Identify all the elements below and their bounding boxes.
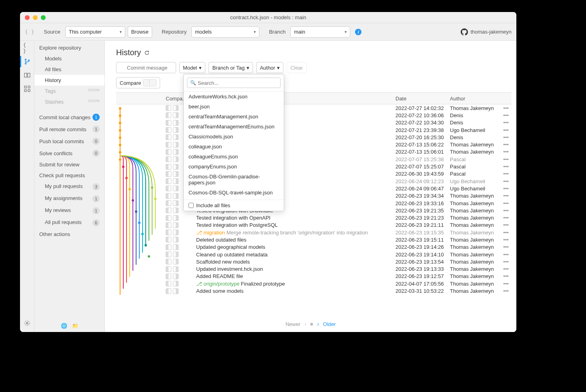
row-actions-button[interactable]: ••• (500, 120, 512, 126)
repository-select[interactable]: models ▾ (191, 26, 259, 38)
row-actions-button[interactable]: ••• (500, 237, 512, 243)
compare-right-checkbox[interactable] (173, 215, 179, 221)
branch-tag-filter[interactable]: Branch or Tag▾ (209, 62, 253, 73)
row-actions-button[interactable]: ••• (500, 105, 512, 111)
compare-left-checkbox[interactable] (166, 274, 171, 279)
compare-left-checkbox[interactable] (166, 266, 171, 272)
dropdown-item[interactable]: Cosmos-DB-SQL-travel-sample.json (184, 188, 284, 198)
compare-left-checkbox[interactable] (166, 193, 171, 199)
table-row[interactable]: Tested integration with OpenAPI2022-06-2… (116, 214, 512, 221)
table-row[interactable]: 2022-07-13 15:06:22Thomas Jakemeyn••• (116, 141, 512, 148)
sidebar-item-history[interactable]: History (34, 75, 104, 86)
table-row[interactable]: 2022-06-23 19:33:16Thomas Jakemeyn••• (116, 200, 512, 207)
compare-left-checkbox[interactable] (166, 288, 171, 294)
table-row[interactable]: Cleaned up outdated metadata2022-06-23 1… (116, 251, 512, 258)
row-actions-button[interactable]: ••• (500, 164, 512, 170)
folder-icon[interactable]: 📁 (72, 323, 78, 329)
row-actions-button[interactable]: ••• (500, 222, 512, 228)
compare-left-checkbox[interactable] (166, 105, 171, 111)
compare-right-checkbox[interactable] (173, 281, 179, 286)
compare-right-checkbox[interactable] (173, 112, 179, 118)
row-actions-button[interactable]: ••• (500, 178, 512, 184)
row-actions-button[interactable]: ••• (500, 230, 512, 236)
compare-left-checkbox[interactable] (166, 171, 171, 177)
compare-left-checkbox[interactable] (166, 142, 171, 148)
compare-icon[interactable] (23, 71, 31, 79)
dropdown-item[interactable]: colleague.json (184, 142, 284, 152)
row-actions-button[interactable]: ••• (500, 273, 512, 279)
sidebar-item-all-files[interactable]: All files (34, 64, 104, 75)
compare-left-checkbox[interactable] (166, 149, 171, 155)
branch-select[interactable]: main ▾ (290, 26, 350, 38)
compare-left-checkbox[interactable] (166, 215, 171, 221)
row-actions-button[interactable]: ••• (500, 252, 512, 258)
globe-icon[interactable]: 🌐 (61, 323, 67, 329)
dropdown-item[interactable]: companyEnums.json (184, 162, 284, 172)
row-actions-button[interactable]: ••• (500, 215, 512, 221)
row-actions-button[interactable]: ••• (500, 266, 512, 272)
compare-left-checkbox[interactable] (166, 186, 171, 191)
dropdown-item[interactable]: Classicmodels.json (184, 132, 284, 142)
compare-right-checkbox[interactable] (173, 142, 179, 148)
table-row[interactable]: ⎇ origin/prototype Finalized prototype20… (116, 280, 512, 287)
compare-left-checkbox[interactable] (166, 244, 171, 250)
maximize-window-button[interactable] (41, 15, 46, 20)
compare-right-checkbox[interactable] (173, 156, 179, 162)
sidebar-my-reviews[interactable]: My reviews1 (34, 205, 104, 217)
compare-right-checkbox[interactable] (173, 288, 179, 294)
compare-right-checkbox[interactable] (173, 259, 179, 264)
clear-filters-button[interactable]: Clear (287, 62, 306, 73)
sidebar-all-pr[interactable]: All pull requests6 (34, 217, 104, 229)
compare-right-checkbox[interactable] (173, 171, 179, 177)
table-row[interactable]: 2022-06-24 09:06:47Ugo Bechameil••• (116, 185, 512, 192)
compare-left-checkbox[interactable] (166, 259, 171, 264)
dropdown-item[interactable]: colleagueEnums.json (184, 152, 284, 162)
compare-left-checkbox[interactable] (166, 230, 171, 235)
table-row[interactable]: Added some models2022-03-31 10:53:22Thom… (116, 287, 512, 294)
table-row[interactable]: rigin/main'2022-07-07 15:25:38Pascal••• (116, 156, 512, 163)
user-menu[interactable]: thomas-jakemeyn (461, 28, 512, 36)
table-row[interactable]: ocumentation2022-07-22 10:36:06Denis••• (116, 112, 512, 119)
compare-right-checkbox[interactable] (173, 134, 179, 140)
compare-left-checkbox[interactable] (166, 178, 171, 184)
compare-button[interactable]: Compare (116, 77, 160, 88)
compare-left-checkbox[interactable] (166, 237, 171, 242)
row-actions-button[interactable]: ••• (500, 112, 512, 118)
pager-older[interactable]: Older (323, 321, 336, 327)
model-filter[interactable]: Model▾ (179, 62, 205, 73)
dropdown-item[interactable]: AdventureWorks.hck.json (184, 92, 284, 102)
sidebar-other-actions[interactable]: Other actions (34, 229, 104, 240)
refresh-icon[interactable] (144, 50, 150, 56)
table-row[interactable]: ange to submit it for review2022-07-21 2… (116, 126, 512, 134)
table-row[interactable]: Updated investment.hck.json2022-06-23 19… (116, 266, 512, 273)
compare-left-checkbox[interactable] (166, 112, 171, 118)
compare-right-checkbox[interactable] (173, 244, 179, 250)
table-row[interactable]: 2022-06-30 19:43:59Pascal••• (116, 170, 512, 178)
row-actions-button[interactable]: ••• (500, 244, 512, 250)
compare-left-checkbox[interactable] (166, 164, 171, 170)
compare-right-checkbox[interactable] (173, 186, 179, 191)
dropdown-item[interactable]: beer.json (184, 102, 284, 112)
compare-right-checkbox[interactable] (173, 193, 179, 199)
dropdown-search-input[interactable] (187, 78, 281, 88)
sidebar-check-pr[interactable]: Check pull requests (34, 170, 104, 181)
sidebar-push-local[interactable]: Push local commits0 (34, 135, 104, 147)
table-row[interactable]: ⎇ doc ch 'origin/doc' into doc2022-06-24… (116, 178, 512, 185)
sidebar-my-pr[interactable]: My pull requests3 (34, 181, 104, 193)
sidebar-pull-remote[interactable]: Pull remote commits1 (34, 123, 104, 135)
table-row[interactable]: Deleted outdated files2022-06-23 19:15:1… (116, 236, 512, 243)
row-actions-button[interactable]: ••• (500, 134, 512, 140)
sidebar-commit-local[interactable]: Commit local changes1 (34, 111, 104, 123)
compare-right-checkbox[interactable] (173, 149, 179, 155)
row-actions-button[interactable]: ••• (500, 281, 512, 287)
dropdown-item[interactable]: centralTeamManagement.json (184, 112, 284, 122)
table-row[interactable]: oDB2022-06-23 19:34:34Thomas Jakemeyn••• (116, 192, 512, 200)
compare-right-checkbox[interactable] (173, 164, 179, 170)
compare-right-checkbox[interactable] (173, 274, 179, 279)
row-actions-button[interactable]: ••• (500, 259, 512, 265)
info-icon[interactable]: i (355, 29, 361, 35)
table-row[interactable]: 2022-07-07 15:25:07Pascal••• (116, 163, 512, 170)
compare-left-checkbox[interactable] (166, 134, 171, 140)
compare-right-checkbox[interactable] (173, 266, 179, 272)
compare-right-checkbox[interactable] (173, 120, 179, 126)
